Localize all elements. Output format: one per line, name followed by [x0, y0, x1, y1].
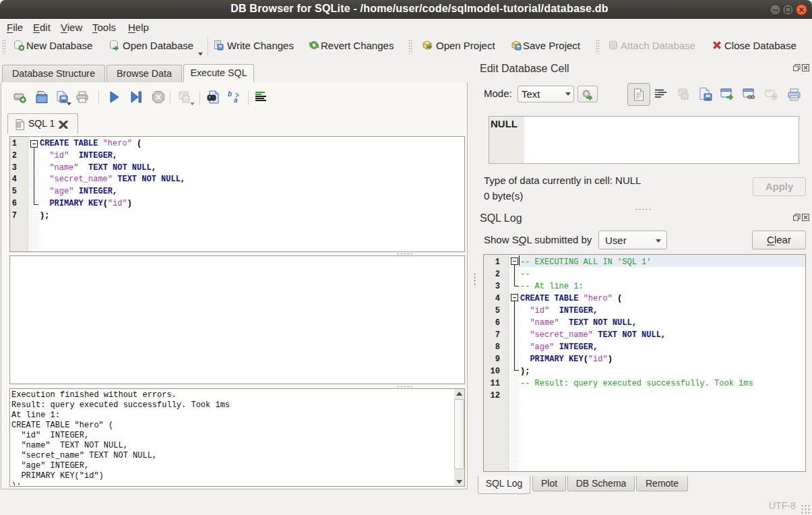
- svg-text:b: b: [228, 90, 232, 98]
- svg-text:a: a: [234, 96, 238, 104]
